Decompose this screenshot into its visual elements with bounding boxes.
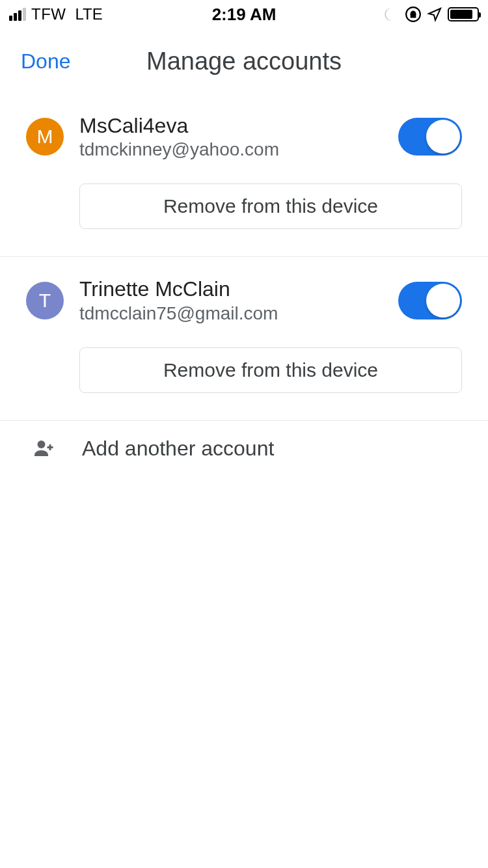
carrier-label: TFW (31, 5, 66, 23)
page-title: Manage accounts (146, 47, 342, 75)
account-email: tdmckinney@yahoo.com (79, 139, 383, 160)
status-right (383, 6, 479, 23)
remove-account-button[interactable]: Remove from this device (79, 347, 462, 393)
account-toggle[interactable] (398, 118, 462, 156)
status-left: TFW LTE (9, 5, 103, 23)
account-name: Trinette McClain (79, 277, 383, 301)
rotation-lock-icon (405, 6, 422, 23)
account-info: Trinette McClain tdmcclain75@gmail.com (79, 277, 383, 323)
account-email: tdmcclain75@gmail.com (79, 303, 383, 324)
account-section: T Trinette McClain tdmcclain75@gmail.com… (0, 257, 488, 420)
account-toggle[interactable] (398, 282, 462, 319)
nav-header: Done Manage accounts (0, 29, 488, 94)
do-not-disturb-icon (383, 6, 400, 23)
toggle-knob (426, 284, 460, 318)
account-name: MsCali4eva (79, 113, 383, 138)
signal-icon (9, 8, 26, 21)
svg-rect-1 (411, 14, 416, 17)
status-bar: TFW LTE 2:19 AM (0, 0, 488, 29)
battery-icon (448, 7, 479, 21)
location-icon (427, 7, 442, 22)
account-section: M MsCali4eva tdmckinney@yahoo.com Remove… (0, 94, 488, 257)
done-button[interactable]: Done (21, 49, 71, 74)
remove-account-button[interactable]: Remove from this device (79, 183, 462, 229)
add-account-label: Add another account (82, 437, 274, 461)
person-add-icon (31, 437, 57, 460)
status-time: 2:19 AM (212, 5, 277, 25)
avatar: T (26, 282, 64, 319)
add-account-button[interactable]: Add another account (0, 421, 488, 476)
account-row: T Trinette McClain tdmcclain75@gmail.com (26, 277, 462, 323)
avatar: M (26, 118, 64, 156)
svg-point-2 (38, 441, 46, 448)
toggle-knob (426, 120, 460, 154)
network-label: LTE (75, 5, 102, 23)
account-info: MsCali4eva tdmckinney@yahoo.com (79, 113, 383, 160)
account-row: M MsCali4eva tdmckinney@yahoo.com (26, 113, 462, 160)
